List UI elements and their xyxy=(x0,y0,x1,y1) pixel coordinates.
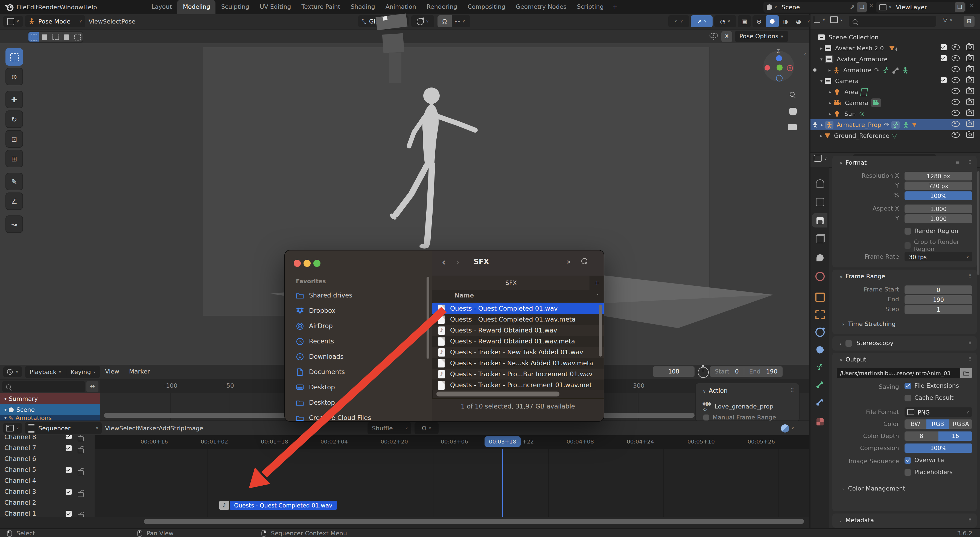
pose-options-dropdown[interactable]: Pose Options∨ xyxy=(735,31,788,42)
filter-resize-button[interactable]: ↔ xyxy=(86,381,99,392)
selectable-checkbox[interactable] xyxy=(940,44,947,52)
collapse-icon[interactable]: ∨ xyxy=(840,357,843,362)
collapse-icon[interactable]: ∨ xyxy=(840,275,843,280)
hide-eye-icon[interactable] xyxy=(951,44,960,52)
channel-row[interactable]: Channel 4 xyxy=(0,475,95,486)
xray-toggle[interactable]: ▣ xyxy=(738,15,751,27)
tool-scale[interactable]: ⊡ xyxy=(5,130,23,148)
drag-dots-icon[interactable]: ⠿ xyxy=(968,160,972,165)
drag-dots-icon[interactable]: ⠿ xyxy=(968,273,972,279)
hide-eye-icon[interactable] xyxy=(951,99,960,106)
shading-rendered-icon[interactable]: ◕ xyxy=(792,18,805,25)
menu-select[interactable]: Select xyxy=(103,18,121,25)
color-management-panel[interactable]: ›Color Management xyxy=(840,485,905,492)
outliner-row-avatar-mesh[interactable]: ▸Avatar Mesh 2.0 4 xyxy=(810,43,980,54)
render-camera-icon[interactable] xyxy=(966,66,974,74)
render-camera-icon[interactable] xyxy=(966,55,974,63)
file-extensions-checkbox[interactable]: File Extensions xyxy=(905,382,959,389)
gizmos-toggle-active[interactable]: ↗∨ xyxy=(691,15,713,27)
menu-help[interactable]: Help xyxy=(83,3,97,11)
compression-slider[interactable]: 100% xyxy=(905,443,972,453)
collapse-icon[interactable]: ∨ xyxy=(840,161,843,166)
file-row-selected[interactable]: Quests - Quest Completed 01.wav xyxy=(432,303,604,314)
search-icon[interactable] xyxy=(581,258,587,266)
shuffle-dropdown[interactable]: Shuffle∨ xyxy=(368,422,411,434)
outliner-row-sun[interactable]: ▸ Sun ☼ xyxy=(810,108,980,119)
tab-modifiers[interactable] xyxy=(812,307,827,321)
menu-render[interactable]: Render xyxy=(38,3,59,11)
sidebar-item-shared-drives[interactable]: Shared drives xyxy=(285,288,432,303)
tab-tool[interactable] xyxy=(812,176,827,190)
playhead-line[interactable] xyxy=(502,449,503,517)
sidebar-item-creative-cloud[interactable]: Creative Cloud Files xyxy=(285,410,432,422)
resolution-y-field[interactable]: 720 px xyxy=(905,181,972,190)
tab-modeling-active[interactable]: Modeling xyxy=(177,0,216,14)
resolution-percent-slider[interactable]: 100% xyxy=(905,191,972,200)
sidebar-scrollbar[interactable] xyxy=(426,277,429,359)
pivot-point-dropdown[interactable]: ∨ xyxy=(411,15,434,27)
selectable-checkbox[interactable] xyxy=(940,77,947,85)
tab-sculpting[interactable]: Sculpting xyxy=(216,0,254,14)
gizmo-x-axis[interactable] xyxy=(765,65,770,70)
outliner-row-armature-prop-selected[interactable]: ▸ Armature_Prop ↷ xyxy=(810,119,980,130)
frame-step-field[interactable]: 1 xyxy=(905,305,972,314)
menu-view[interactable]: View xyxy=(89,18,103,25)
render-camera-icon[interactable] xyxy=(966,132,974,140)
tab-bone-constraint[interactable] xyxy=(812,395,827,409)
render-camera-icon[interactable] xyxy=(966,88,974,96)
new-tab-button[interactable]: + xyxy=(590,276,604,290)
manual-frame-range-checkbox[interactable]: Manual Frame Range xyxy=(703,414,776,421)
tool-select-box[interactable] xyxy=(5,48,23,66)
unlink-scene-icon[interactable]: × xyxy=(869,2,874,9)
menu-edit[interactable]: Edit xyxy=(27,3,38,11)
minimize-traffic-button[interactable] xyxy=(304,260,310,267)
forward-button[interactable]: › xyxy=(456,256,460,267)
panel-title[interactable]: Output xyxy=(845,356,866,363)
tab-scene[interactable] xyxy=(812,251,827,265)
menu-file[interactable]: File xyxy=(16,3,27,11)
timeline-view-menu[interactable]: View xyxy=(105,365,119,379)
seq-strip-menu[interactable]: Strip xyxy=(170,425,185,432)
copy-scene-icon[interactable]: ❏ xyxy=(857,2,867,12)
select-mode-subtract[interactable] xyxy=(50,32,61,41)
seq-image-menu[interactable]: Image xyxy=(184,425,203,432)
tab-object-data[interactable] xyxy=(812,360,827,374)
crop-region-checkbox[interactable]: Crop to Render Region xyxy=(905,238,977,253)
sequencer-hscrollbar[interactable] xyxy=(144,519,804,524)
hide-eye-icon[interactable] xyxy=(951,88,960,96)
tool-annotate[interactable]: ✎ xyxy=(5,173,23,190)
render-camera-icon[interactable] xyxy=(966,110,974,118)
seq-select-menu[interactable]: Select xyxy=(119,425,138,432)
sidebar-item-airdrop[interactable]: AirDrop xyxy=(285,318,432,334)
drag-dots-icon[interactable]: ⠿ xyxy=(968,356,972,362)
render-camera-icon[interactable] xyxy=(966,121,974,129)
frame-start-field[interactable]: 0 xyxy=(905,286,972,294)
file-row[interactable]: Quests - Reward Obtained 01.wav.meta xyxy=(432,336,604,347)
tool-rotate[interactable]: ↻ xyxy=(5,110,23,128)
seq-add-menu[interactable]: Add xyxy=(159,425,170,432)
output-path-field[interactable]: /Users/martinshibu...rence/introAnim_03 xyxy=(837,368,960,378)
outliner-row-avatar-armature[interactable]: ▾Avatar_Armature xyxy=(810,54,980,65)
add-workspace-button[interactable]: + xyxy=(609,0,621,14)
sidebar-item-desktop[interactable]: Desktop xyxy=(285,380,432,395)
gizmo-z-axis[interactable] xyxy=(776,55,782,61)
tab-shading[interactable]: Shading xyxy=(345,0,380,14)
sidebar-item-desktop-folder[interactable]: Desktop xyxy=(285,395,432,410)
scene-name[interactable]: Scene xyxy=(781,3,800,11)
shading-wireframe-icon[interactable]: ⊕ xyxy=(752,18,765,25)
tab-render[interactable] xyxy=(812,195,827,209)
menu-window[interactable]: Window xyxy=(60,3,83,11)
tab-uv-editing[interactable]: UV Editing xyxy=(255,0,296,14)
back-button[interactable]: ‹ xyxy=(442,256,446,267)
snap-magnet-icon[interactable]: Ω xyxy=(438,15,452,27)
select-mode-intersect[interactable] xyxy=(72,32,83,41)
frame-end-field[interactable]: 190 xyxy=(905,295,972,304)
hide-eye-icon[interactable] xyxy=(951,55,960,63)
tool-cursor[interactable]: ⊕ xyxy=(5,68,23,85)
sequencer-tracks[interactable]: ♪ Quests - Quest Completed 01.wav › Dele… xyxy=(95,449,810,517)
file-row[interactable]: ♪Quests - Reward Obtained 01.wav xyxy=(432,325,604,336)
finder-window[interactable]: Favorites Shared drives Dropbox AirDrop … xyxy=(285,250,604,422)
playhead-badge[interactable]: 00:03+18 xyxy=(485,436,520,447)
action-name-row[interactable]: ◆▮◆ ◇ Love_grenade_prop xyxy=(702,401,773,412)
outliner-row-camera-collection[interactable]: ▾Camera xyxy=(810,75,980,86)
